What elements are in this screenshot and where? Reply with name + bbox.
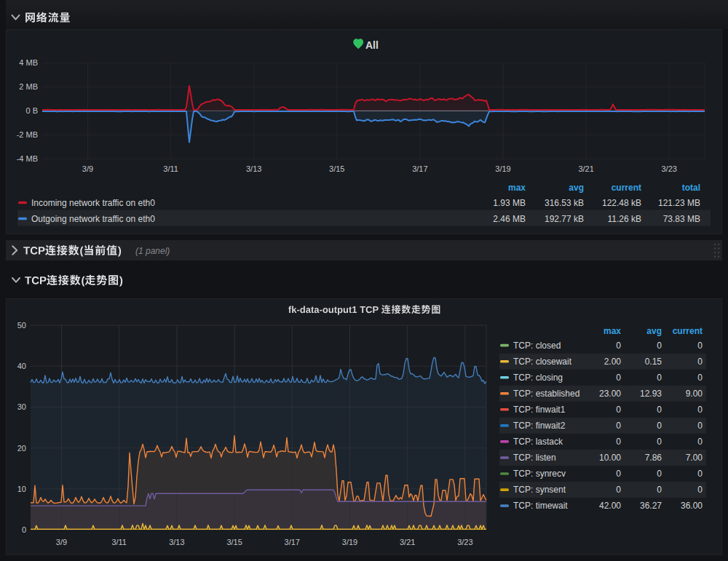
svg-text:0: 0 xyxy=(616,373,621,383)
svg-text:9.00: 9.00 xyxy=(686,389,703,399)
svg-text:max: max xyxy=(604,326,621,336)
svg-text:7.00: 7.00 xyxy=(686,453,703,463)
svg-text:TCP: closing: TCP: closing xyxy=(513,373,563,383)
svg-text:0: 0 xyxy=(657,421,662,431)
svg-text:0: 0 xyxy=(697,405,703,415)
svg-text:3/23: 3/23 xyxy=(457,538,472,546)
svg-text:10: 10 xyxy=(17,485,26,493)
svg-text:0: 0 xyxy=(657,437,662,447)
svg-text:3/23: 3/23 xyxy=(661,164,676,173)
svg-text:TCP: finwait2: TCP: finwait2 xyxy=(513,421,566,431)
svg-text:73.83 MB: 73.83 MB xyxy=(663,214,700,224)
svg-text:TCP: lastack: TCP: lastack xyxy=(513,437,563,447)
svg-text:12.93: 12.93 xyxy=(640,389,662,399)
svg-text:23.00: 23.00 xyxy=(599,389,621,399)
svg-text:3/11: 3/11 xyxy=(111,538,127,546)
svg-text:avg: avg xyxy=(646,326,662,336)
svg-text:max: max xyxy=(508,183,526,193)
svg-text:122.48 kB: 122.48 kB xyxy=(602,198,641,208)
svg-text:0: 0 xyxy=(697,485,703,495)
svg-text:3/19: 3/19 xyxy=(495,164,510,173)
svg-text:7.86: 7.86 xyxy=(645,453,662,463)
svg-text:0: 0 xyxy=(697,437,703,447)
svg-text:316.53 kB: 316.53 kB xyxy=(545,198,584,208)
svg-text:Outgoing network traffic on et: Outgoing network traffic on eth0 xyxy=(31,214,155,224)
svg-text:3/17: 3/17 xyxy=(285,538,300,546)
svg-text:3/11: 3/11 xyxy=(163,164,178,173)
svg-text:0: 0 xyxy=(697,341,703,351)
svg-text:0: 0 xyxy=(616,485,621,495)
svg-text:-4 MB: -4 MB xyxy=(17,154,38,163)
svg-text:TCP: finwait1: TCP: finwait1 xyxy=(513,405,566,415)
svg-text:10.00: 10.00 xyxy=(599,453,621,463)
svg-text:0: 0 xyxy=(657,341,662,351)
svg-text:3/17: 3/17 xyxy=(412,164,427,173)
svg-text:4 MB: 4 MB xyxy=(19,58,38,67)
svg-text:current: current xyxy=(673,326,703,336)
svg-text:0: 0 xyxy=(697,357,703,367)
svg-text:0 B: 0 B xyxy=(25,106,38,115)
svg-text:3/19: 3/19 xyxy=(342,538,357,546)
svg-text:TCP: synsent: TCP: synsent xyxy=(513,485,566,495)
svg-text:Incoming network traffic on et: Incoming network traffic on eth0 xyxy=(31,198,155,208)
svg-text:0.15: 0.15 xyxy=(645,357,662,367)
svg-text:3/9: 3/9 xyxy=(56,538,67,546)
svg-text:0: 0 xyxy=(616,469,621,479)
svg-text:2.46 MB: 2.46 MB xyxy=(493,214,526,224)
svg-text:0: 0 xyxy=(697,421,703,431)
svg-text:current: current xyxy=(612,183,641,193)
svg-text:0: 0 xyxy=(616,421,621,431)
svg-text:3/13: 3/13 xyxy=(169,538,184,546)
svg-text:121.23 MB: 121.23 MB xyxy=(658,198,700,208)
svg-text:50: 50 xyxy=(17,321,26,330)
svg-text:0: 0 xyxy=(657,485,662,495)
svg-text:0: 0 xyxy=(657,469,662,479)
svg-text:36.00: 36.00 xyxy=(681,501,703,511)
svg-text:0: 0 xyxy=(657,405,662,415)
svg-text:36.27: 36.27 xyxy=(640,501,662,511)
svg-text:3/21: 3/21 xyxy=(578,164,593,173)
svg-text:40: 40 xyxy=(17,362,26,370)
svg-text:3/15: 3/15 xyxy=(329,164,344,173)
svg-text:0: 0 xyxy=(616,405,621,415)
svg-text:TCP: timewait: TCP: timewait xyxy=(513,501,568,511)
svg-text:0: 0 xyxy=(616,437,621,447)
svg-text:0: 0 xyxy=(22,525,26,534)
svg-text:3/21: 3/21 xyxy=(400,538,415,546)
svg-text:0: 0 xyxy=(657,373,662,383)
svg-text:0: 0 xyxy=(616,341,621,351)
svg-text:2 MB: 2 MB xyxy=(19,82,38,91)
svg-text:3/13: 3/13 xyxy=(246,164,261,173)
svg-text:TCP: listen: TCP: listen xyxy=(513,453,556,463)
svg-text:TCP: established: TCP: established xyxy=(513,389,579,399)
svg-text:2.00: 2.00 xyxy=(604,357,622,367)
svg-text:20: 20 xyxy=(17,444,26,453)
svg-text:11.26 kB: 11.26 kB xyxy=(608,214,641,224)
svg-text:3/9: 3/9 xyxy=(82,164,93,173)
svg-text:1.93 MB: 1.93 MB xyxy=(493,198,526,208)
svg-text:0: 0 xyxy=(697,373,703,383)
svg-text:0: 0 xyxy=(697,469,703,479)
svg-text:avg: avg xyxy=(569,183,584,193)
svg-text:(1 panel): (1 panel) xyxy=(135,246,170,256)
svg-text:TCP: closewait: TCP: closewait xyxy=(513,357,572,367)
svg-text:total: total xyxy=(682,183,700,193)
svg-text:30: 30 xyxy=(17,402,26,411)
svg-text:192.77 kB: 192.77 kB xyxy=(545,214,584,224)
svg-text:TCP: synrecv: TCP: synrecv xyxy=(513,469,566,479)
svg-text:All: All xyxy=(365,39,379,51)
svg-text:42.00: 42.00 xyxy=(599,501,621,511)
svg-text:-2 MB: -2 MB xyxy=(17,130,38,139)
svg-text:3/15: 3/15 xyxy=(226,538,242,546)
svg-text:TCP: closed: TCP: closed xyxy=(513,341,561,351)
